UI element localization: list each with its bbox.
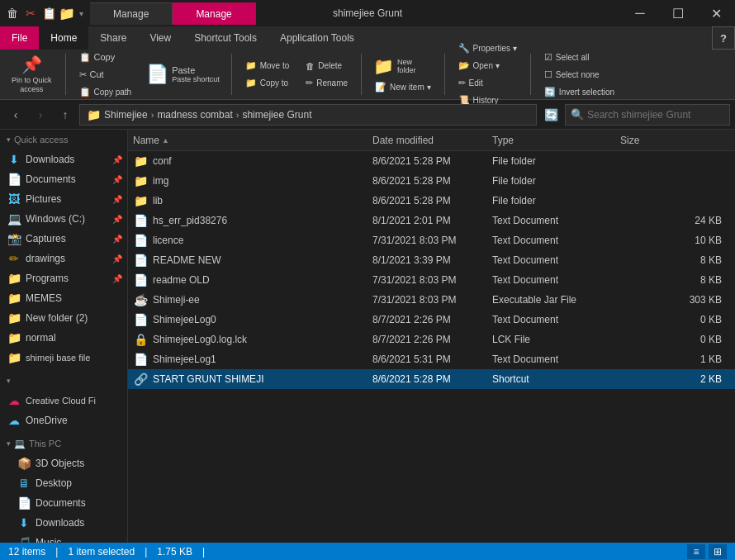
path-icon: 📋 [79, 87, 91, 97]
minimize-button[interactable]: ─ [621, 0, 659, 26]
edit-button[interactable]: ✏ Edit [452, 75, 524, 91]
programs-icon: 📁 [7, 272, 21, 285]
path-folder-icon: 📁 [87, 108, 101, 121]
this-pc-icon: 💻 [14, 439, 26, 449]
sidebar-item-programs[interactable]: 📁 Programs 📌 [0, 268, 127, 288]
quick-access-header[interactable]: ▾ Quick access [0, 130, 127, 149]
sidebar-item-label: Programs [26, 273, 69, 284]
table-row[interactable]: 📄 ShimejeeLog1 8/6/2021 5:31 PM Text Doc… [128, 349, 735, 369]
delete-button[interactable]: 🗑 Delete [299, 59, 354, 74]
file-size: 24 KB [620, 215, 730, 226]
table-row[interactable]: 📁 img 8/6/2021 5:28 PM File folder [128, 171, 735, 191]
copy-path-button[interactable]: 📋 Copy path [73, 84, 139, 100]
sidebar-item-creative-cloud[interactable]: ☁ Creative Cloud Fi [0, 391, 127, 411]
select-all-button[interactable]: ☑ Select all [538, 50, 621, 65]
path-part-3[interactable]: shimejiee Grunt [242, 109, 311, 121]
sidebar-item-documents[interactable]: 📄 Documents 📌 [0, 169, 127, 189]
pin-quick-access-button[interactable]: 📌 Pin to Quickaccess [5, 51, 59, 97]
paste-button[interactable]: 📄 Paste Paste shortcut [141, 60, 225, 88]
path-part-2[interactable]: madness combat [157, 109, 232, 121]
tab-manage-2[interactable]: Manage [173, 2, 255, 25]
drawings-icon: ✏ [7, 252, 21, 265]
undo-icon[interactable]: ✂ [23, 6, 38, 21]
select-none-button[interactable]: ☐ Select none [538, 67, 621, 83]
normal-icon: 📁 [7, 331, 21, 344]
table-row[interactable]: 📄 licence 7/31/2021 8:03 PM Text Documen… [128, 230, 735, 250]
move-to-button[interactable]: 📁 Move to [239, 58, 296, 74]
search-box[interactable]: 🔍 [565, 104, 730, 126]
table-row[interactable]: 📄 README NEW 8/1/2021 3:39 PM Text Docum… [128, 250, 735, 270]
table-row[interactable]: 📄 ShimejeeLog0 8/7/2021 2:26 PM Text Doc… [128, 310, 735, 330]
back-button[interactable]: ‹ [5, 104, 26, 126]
path-part-1[interactable]: Shimejiee [104, 109, 148, 121]
sidebar-item-downloads[interactable]: ⬇ Downloads 📌 [0, 149, 127, 169]
sidebar-item-captures[interactable]: 📸 Captures 📌 [0, 229, 127, 249]
file-size: 1 KB [620, 354, 730, 365]
sidebar-item-music[interactable]: 🎵 Music [0, 533, 127, 543]
new-item-button[interactable]: 📝 New item ▾ [368, 79, 437, 95]
table-row[interactable]: 🔗 START GRUNT SHIMEJI 8/6/2021 5:28 PM S… [128, 369, 735, 389]
details-view-button[interactable]: ≡ [687, 544, 705, 559]
sidebar-item-documents-pc[interactable]: 📄 Documents [0, 493, 127, 513]
new-folder-button[interactable]: 📁 Newfolder [368, 55, 437, 78]
help-button[interactable]: ? [712, 26, 735, 50]
sidebar-item-shimeji-base[interactable]: 📁 shimeji base file [0, 348, 127, 368]
maximize-button[interactable]: ☐ [659, 0, 697, 26]
refresh-button[interactable]: 🔄 [540, 104, 562, 126]
col-header-date[interactable]: Date modified [372, 135, 492, 146]
col-header-name[interactable]: Name ▲ [133, 135, 372, 146]
table-row[interactable]: 📄 readme OLD 7/31/2021 8:03 PM Text Docu… [128, 270, 735, 290]
up-button[interactable]: ↑ [55, 104, 76, 126]
creative-cloud-header[interactable]: ▾ [0, 371, 127, 391]
copy-to-button[interactable]: 📁 Copy to [239, 75, 296, 91]
sidebar-item-label: Downloads [26, 154, 74, 165]
sidebar-item-downloads-pc[interactable]: ⬇ Downloads [0, 513, 127, 533]
rename-button[interactable]: ✏ Rename [299, 75, 354, 91]
table-row[interactable]: 📁 conf 8/6/2021 5:28 PM File folder [128, 151, 735, 171]
sidebar-item-windows-c[interactable]: 💻 Windows (C:) 📌 [0, 209, 127, 229]
sidebar-item-desktop[interactable]: 🖥 Desktop [0, 473, 127, 493]
open-icon: 📂 [458, 60, 470, 71]
status-sep-2: | [145, 546, 147, 558]
sidebar-item-3d-objects[interactable]: 📦 3D Objects [0, 453, 127, 473]
sidebar-item-memes[interactable]: 📁 MEMES [0, 288, 127, 308]
tab-application-tools[interactable]: Application Tools [268, 26, 366, 50]
forward-button[interactable]: › [30, 104, 51, 126]
large-icon-view-button[interactable]: ⊞ [709, 544, 727, 559]
sidebar-item-drawings[interactable]: ✏ drawings 📌 [0, 249, 127, 268]
sidebar-item-onedrive[interactable]: ☁ OneDrive [0, 411, 127, 430]
tab-shortcut-tools[interactable]: Shortcut Tools [183, 26, 268, 50]
properties-button[interactable]: 🔧 Properties ▾ [452, 40, 524, 56]
table-row[interactable]: 📁 lib 8/6/2021 5:28 PM File folder [128, 191, 735, 211]
copy-button[interactable]: 📋 Copy [73, 50, 139, 65]
tab-view[interactable]: View [138, 26, 183, 50]
col-header-size[interactable]: Size [620, 135, 730, 146]
tab-share[interactable]: Share [88, 26, 138, 50]
quick-access-dropdown[interactable]: ▾ [79, 9, 83, 18]
table-row[interactable]: 📄 hs_err_pid38276 8/1/2021 2:01 PM Text … [128, 211, 735, 230]
col-header-type[interactable]: Type [492, 135, 620, 146]
search-input[interactable] [587, 109, 724, 121]
sidebar-item-normal[interactable]: 📁 normal [0, 328, 127, 348]
sidebar-item-new-folder[interactable]: 📁 New folder (2) [0, 308, 127, 328]
sidebar-item-pictures[interactable]: 🖼 Pictures 📌 [0, 189, 127, 209]
sidebar-item-label: OneDrive [26, 415, 68, 426]
table-row[interactable]: ☕ Shimeji-ee 7/31/2021 8:03 PM Executabl… [128, 290, 735, 310]
tab-manage-1[interactable]: Manage [90, 2, 173, 25]
close-button[interactable]: ✕ [697, 0, 735, 26]
file-type: Text Document [492, 354, 620, 365]
copy-icon[interactable]: 📋 [41, 6, 56, 21]
file-name-cell: 📄 licence [133, 234, 372, 247]
tab-file[interactable]: File [0, 26, 39, 50]
table-row[interactable]: 🔒 ShimejeeLog0.log.lck 8/7/2021 2:26 PM … [128, 330, 735, 349]
address-bar[interactable]: 📁 Shimejiee › madness combat › shimejiee… [79, 104, 537, 126]
downloads-pc-icon: ⬇ [17, 516, 31, 529]
invert-selection-button[interactable]: 🔄 Invert selection [538, 84, 621, 100]
tab-home[interactable]: Home [39, 26, 88, 50]
pin-indicator: 📌 [112, 254, 122, 263]
cut-button[interactable]: ✂ Cut [73, 67, 139, 83]
creative-cloud-icon: ☁ [7, 394, 21, 407]
this-pc-header[interactable]: ▾ 💻 This PC [0, 434, 127, 453]
open-button[interactable]: 📂 Open ▾ [452, 58, 524, 74]
creative-cloud-chevron: ▾ [7, 377, 11, 385]
